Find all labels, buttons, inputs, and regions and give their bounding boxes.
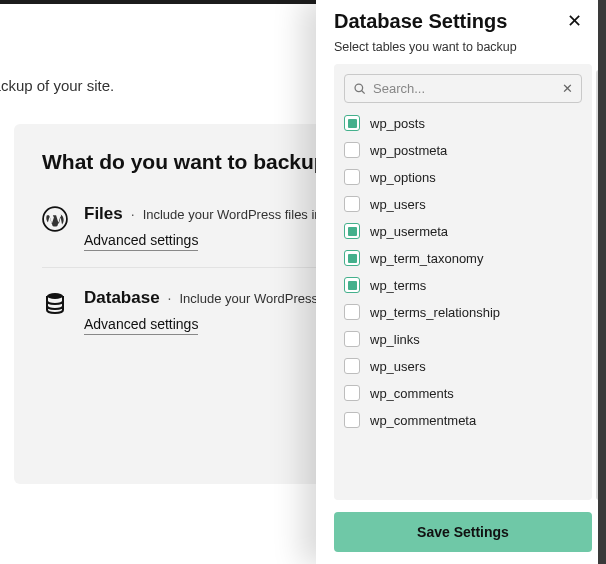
table-label: wp_links	[370, 332, 420, 347]
checkbox[interactable]	[344, 412, 360, 428]
clear-icon[interactable]: ✕	[562, 81, 573, 96]
table-label: wp_terms_relationship	[370, 305, 500, 320]
table-label: wp_options	[370, 170, 436, 185]
panel-edge	[598, 0, 606, 564]
table-label: wp_terms	[370, 278, 426, 293]
checkbox[interactable]	[344, 115, 360, 131]
table-label: wp_commentmeta	[370, 413, 476, 428]
svg-point-1	[47, 293, 63, 299]
table-row[interactable]: wp_term_taxonomy	[344, 250, 582, 266]
database-icon	[42, 290, 68, 316]
table-label: wp_comments	[370, 386, 454, 401]
panel-header: Database Settings ✕	[316, 0, 606, 40]
checkbox[interactable]	[344, 385, 360, 401]
table-row[interactable]: wp_options	[344, 169, 582, 185]
separator-dot: ·	[131, 206, 135, 222]
table-row[interactable]: wp_commentmeta	[344, 412, 582, 428]
table-label: wp_term_taxonomy	[370, 251, 483, 266]
panel-body: ✕ wp_postswp_postmetawp_optionswp_usersw…	[334, 64, 592, 500]
table-row[interactable]: wp_usermeta	[344, 223, 582, 239]
checkbox[interactable]	[344, 277, 360, 293]
panel-footer: Save Settings	[316, 500, 606, 564]
search-icon	[353, 82, 367, 96]
close-icon[interactable]: ✕	[561, 8, 588, 34]
table-label: wp_posts	[370, 116, 425, 131]
table-list: wp_postswp_postmetawp_optionswp_userswp_…	[344, 115, 582, 428]
save-settings-button[interactable]: Save Settings	[334, 512, 592, 552]
table-label: wp_postmeta	[370, 143, 447, 158]
advanced-settings-link[interactable]: Advanced settings	[84, 316, 198, 335]
checkbox[interactable]	[344, 142, 360, 158]
svg-line-3	[362, 90, 365, 93]
panel-subtitle: Select tables you want to backup	[316, 40, 606, 64]
item-title: Files	[84, 204, 123, 224]
svg-point-2	[355, 84, 363, 92]
search-input-wrap[interactable]: ✕	[344, 74, 582, 103]
table-row[interactable]: wp_postmeta	[344, 142, 582, 158]
table-label: wp_usermeta	[370, 224, 448, 239]
separator-dot: ·	[168, 290, 172, 306]
checkbox[interactable]	[344, 331, 360, 347]
table-row[interactable]: wp_users	[344, 196, 582, 212]
table-row[interactable]: wp_terms	[344, 277, 582, 293]
table-row[interactable]: wp_users	[344, 358, 582, 374]
table-label: wp_users	[370, 197, 426, 212]
checkbox[interactable]	[344, 169, 360, 185]
wordpress-icon	[42, 206, 68, 232]
advanced-settings-link[interactable]: Advanced settings	[84, 232, 198, 251]
search-input[interactable]	[367, 81, 562, 96]
table-row[interactable]: wp_posts	[344, 115, 582, 131]
panel-title: Database Settings	[334, 10, 507, 33]
table-row[interactable]: wp_links	[344, 331, 582, 347]
checkbox[interactable]	[344, 304, 360, 320]
checkbox[interactable]	[344, 250, 360, 266]
checkbox[interactable]	[344, 223, 360, 239]
checkbox[interactable]	[344, 358, 360, 374]
table-row[interactable]: wp_comments	[344, 385, 582, 401]
item-title: Database	[84, 288, 160, 308]
checkbox[interactable]	[344, 196, 360, 212]
table-label: wp_users	[370, 359, 426, 374]
table-row[interactable]: wp_terms_relationship	[344, 304, 582, 320]
database-settings-panel: Database Settings ✕ Select tables you wa…	[316, 0, 606, 564]
